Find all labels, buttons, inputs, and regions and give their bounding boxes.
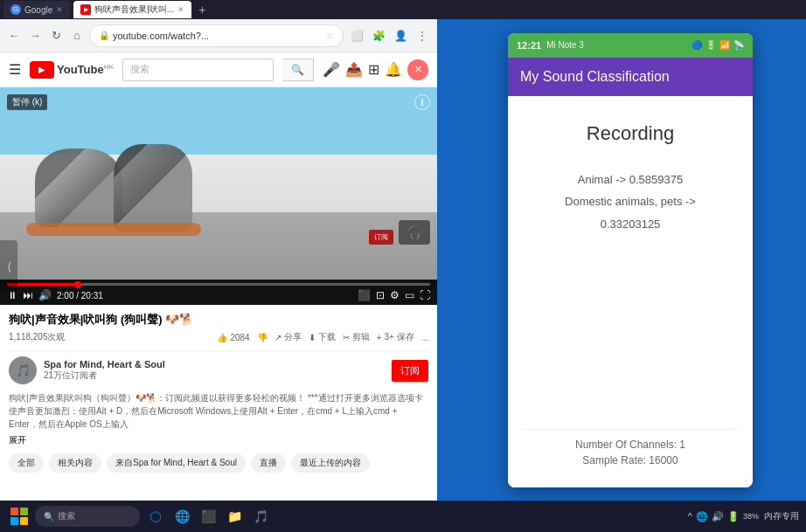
- expand-description-button[interactable]: 展开: [9, 435, 26, 445]
- miniplayer-button[interactable]: ⊡: [376, 289, 385, 301]
- fullscreen-button[interactable]: ⛶: [420, 289, 430, 301]
- download-button[interactable]: ⬇ 下载: [309, 331, 336, 343]
- yt-upload-icon[interactable]: 📤: [345, 61, 363, 78]
- tray-battery-icon[interactable]: 🔋: [727, 511, 740, 522]
- next-button[interactable]: ⏭: [23, 289, 33, 301]
- battery-percentage: 38%: [743, 512, 759, 521]
- tag-live[interactable]: 直播: [251, 453, 286, 473]
- tray-up-icon[interactable]: ^: [688, 511, 692, 522]
- main-area: ← → ↻ ⌂ 🔒 youtube.com/watch?... ☆ ⬜ 🧩 👤 …: [0, 19, 806, 501]
- new-tab-button[interactable]: +: [195, 3, 209, 17]
- tag-all[interactable]: 全部: [9, 453, 44, 473]
- yt-mic-icon[interactable]: 🎤: [323, 61, 340, 78]
- clip-button[interactable]: ✂ 剪辑: [343, 331, 370, 343]
- youtube-search-bar[interactable]: 搜索: [122, 59, 274, 81]
- yt-apps-icon[interactable]: ⊞: [368, 61, 379, 78]
- refresh-button[interactable]: ↻: [47, 27, 65, 45]
- tab-close-youtube[interactable]: ✕: [177, 5, 184, 14]
- win-square-1: [10, 508, 18, 515]
- search-placeholder: 搜索: [130, 63, 149, 76]
- windows-logo: [10, 508, 28, 525]
- tags-row: 全部 相关内容 来自Spa for Mind, Heart & Soul 直播 …: [9, 453, 428, 473]
- youtube-logo[interactable]: YouTubeHK: [30, 61, 114, 79]
- win-square-3: [10, 517, 18, 525]
- channel-avatar: 🎵: [9, 356, 37, 384]
- tag-channel[interactable]: 来自Spa for Mind, Heart & Soul: [107, 453, 246, 473]
- dislike-button[interactable]: 👎: [257, 333, 268, 342]
- address-bar[interactable]: 🔒 youtube.com/watch?... ☆: [89, 24, 344, 47]
- back-button[interactable]: ←: [5, 27, 23, 45]
- extensions-button[interactable]: 🧩: [369, 26, 388, 45]
- tag-recent[interactable]: 最近上传的内容: [291, 453, 370, 473]
- video-info-icon[interactable]: ℹ: [414, 94, 430, 110]
- tray-volume-icon[interactable]: 🔊: [712, 511, 724, 522]
- subscribe-overlay-button[interactable]: 订阅: [369, 230, 393, 245]
- phone-status-bar: 12:21 Mi Note 3 🔵 🔋 📶 📡: [508, 33, 753, 58]
- taskbar-right: ^ 🌐 🔊 🔋 38% 内存专用: [688, 510, 799, 522]
- tab-close-google[interactable]: ✕: [56, 5, 63, 14]
- like-button[interactable]: 👍 2084: [217, 333, 249, 342]
- taskbar-app-chrome[interactable]: 🌐: [170, 504, 194, 529]
- subscribe-button[interactable]: 订阅: [392, 360, 428, 382]
- current-time: 2:00 / 20:31: [57, 291, 103, 301]
- progress-bar[interactable]: [7, 283, 430, 286]
- divider: [9, 350, 428, 351]
- system-time: 内存专用: [764, 510, 799, 522]
- taskbar-app-vscode[interactable]: ⬡: [143, 504, 168, 529]
- youtube-search-button[interactable]: 🔍: [282, 59, 314, 81]
- sample-rate-stat: Sample Rate: 16000: [522, 454, 739, 466]
- home-button[interactable]: ⌂: [68, 27, 86, 45]
- taskbar-search[interactable]: 🔍 搜索: [35, 506, 140, 527]
- phone-app-title: My Sound Classification: [520, 69, 670, 85]
- win-square-2: [20, 508, 28, 515]
- yt-header-actions: 🎤 📤 ⊞ 🔔 ✕: [323, 59, 428, 80]
- channel-row: 🎵 Spa for Mind, Heart & Soul 21万位订阅者 订阅: [9, 356, 428, 384]
- phone-content: Recording Animal -> 0.5859375 Domestic a…: [508, 96, 753, 487]
- cast-button[interactable]: ⬜: [347, 26, 366, 45]
- tab-google[interactable]: G Google ✕: [3, 1, 70, 18]
- more-actions-button[interactable]: ...: [421, 333, 428, 342]
- taskbar-app-terminal[interactable]: ⬛: [196, 504, 220, 529]
- volume-button[interactable]: 🔊: [38, 289, 52, 301]
- tab-youtube[interactable]: ▶ 狗吠声音效果|吠叫... ✕: [73, 1, 191, 18]
- profile-button[interactable]: 👤: [391, 26, 410, 45]
- taskbar-app-mediaplayer[interactable]: 🎵: [248, 504, 273, 529]
- wifi-icon: 📶: [719, 40, 730, 50]
- browser-chrome: ← → ↻ ⌂ 🔒 youtube.com/watch?... ☆ ⬜ 🧩 👤 …: [0, 19, 437, 52]
- yt-notifications-icon[interactable]: 🔔: [385, 61, 402, 78]
- result-domestic-score: 0.33203125: [522, 216, 739, 233]
- tray-icons: ^ 🌐 🔊 🔋 38%: [688, 511, 759, 522]
- share-button[interactable]: ↗ 分享: [274, 331, 302, 343]
- controls-row: ⏸ ⏭ 🔊 2:00 / 20:31 ⬛ ⊡ ⚙ ▭ ⛶: [7, 289, 430, 301]
- subtitles-button[interactable]: ⬛: [358, 289, 371, 301]
- youtube-logo-icon: [30, 61, 54, 79]
- tray-network-icon[interactable]: 🌐: [696, 511, 708, 522]
- youtube-header: ☰ YouTubeHK 搜索 🔍 🎤 📤 ⊞ 🔔 ✕: [0, 52, 437, 87]
- yt-account-avatar[interactable]: ✕: [407, 59, 428, 80]
- phone-footer-info: Number Of Channels: 1 Sample Rate: 16000: [522, 429, 739, 470]
- bookmark-icon[interactable]: ☆: [326, 31, 334, 40]
- menu-button[interactable]: ⋮: [413, 26, 432, 45]
- taskbar-search-placeholder: 搜索: [58, 510, 75, 522]
- progress-dot: [74, 281, 81, 288]
- video-info: 狗吠|声音效果|吠叫狗 (狗叫聲) 🐶🐕 1,118,205次观 👍 2084 …: [0, 305, 437, 501]
- start-button[interactable]: [7, 504, 31, 529]
- taskbar-app-explorer[interactable]: 📁: [222, 504, 247, 529]
- video-player: 暂停 (k) 订阅 🎧 ℹ ⏸: [0, 87, 437, 305]
- video-thumbnail[interactable]: 暂停 (k) 订阅 🎧 ℹ: [0, 87, 437, 280]
- forward-button[interactable]: →: [26, 27, 44, 45]
- phone-time: 12:21: [517, 40, 541, 51]
- settings-button[interactable]: ⚙: [390, 289, 400, 301]
- channel-name[interactable]: Spa for Mind, Heart & Soul: [44, 359, 385, 370]
- tag-related[interactable]: 相关内容: [49, 453, 101, 473]
- yt-menu-icon[interactable]: ☰: [9, 61, 21, 78]
- side-nav-arrow[interactable]: ⟨: [0, 240, 17, 293]
- theater-button[interactable]: ▭: [405, 289, 414, 301]
- controls-right: ⬛ ⊡ ⚙ ▭ ⛶: [358, 289, 430, 301]
- recording-status: Recording: [587, 122, 674, 145]
- classification-results: Animal -> 0.5859375 Domestic animals, pe…: [522, 171, 739, 238]
- phone-app-bar: My Sound Classification: [508, 58, 753, 96]
- save-button[interactable]: + 3+ 保存: [377, 331, 414, 343]
- battery-icon: 🔋: [705, 40, 716, 50]
- url-text: youtube.com/watch?...: [113, 31, 323, 41]
